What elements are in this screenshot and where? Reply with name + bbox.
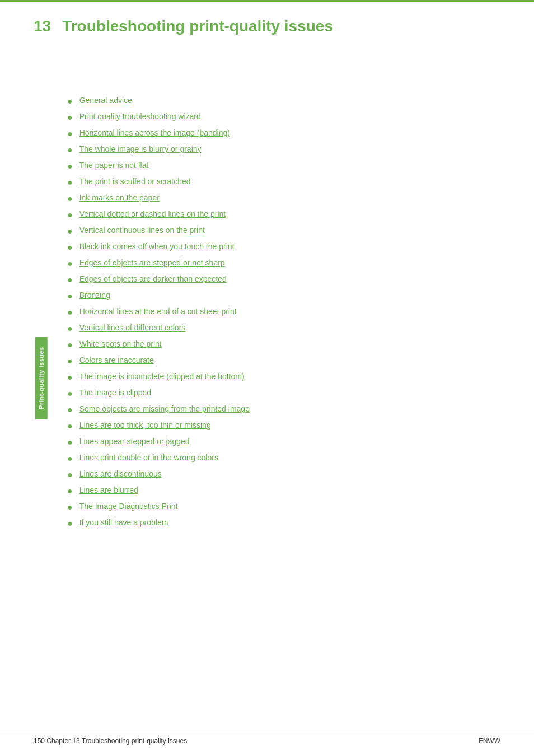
toc-list-item: ●Colors are inaccurate [67, 356, 500, 366]
toc-list-item: ●Horizontal lines at the end of a cut sh… [67, 307, 500, 318]
toc-list-item: ●Edges of objects are stepped or not sha… [67, 258, 500, 269]
bullet-icon: ● [67, 194, 73, 204]
sidebar-tab: Print-quality issues [35, 337, 48, 419]
chapter-header: 13 Troubleshooting print-quality issues [0, 0, 534, 51]
bullet-icon: ● [67, 129, 73, 139]
toc-link[interactable]: Some objects are missing from the printe… [79, 404, 250, 413]
toc-link[interactable]: Horizontal lines across the image (bandi… [79, 128, 230, 137]
toc-link[interactable]: Colors are inaccurate [79, 356, 154, 365]
toc-list-item: ●Black ink comes off when you touch the … [67, 242, 500, 253]
toc-link[interactable]: Black ink comes off when you touch the p… [79, 242, 235, 251]
toc-link[interactable]: Horizontal lines at the end of a cut she… [79, 307, 237, 316]
toc-list-item: ●Edges of objects are darker than expect… [67, 274, 500, 285]
toc-list-item: ●Lines are too thick, too thin or missin… [67, 421, 500, 431]
bullet-icon: ● [67, 242, 73, 253]
toc-link[interactable]: Lines print double or in the wrong color… [79, 453, 218, 462]
bullet-icon: ● [67, 226, 73, 236]
bullet-icon: ● [67, 259, 73, 269]
bullet-icon: ● [67, 96, 73, 106]
toc-list-item: ●Some objects are missing from the print… [67, 404, 500, 415]
page-footer: 150 Chapter 13 Troubleshooting print-qua… [0, 731, 534, 745]
toc-list-item: ●Vertical lines of different colors [67, 323, 500, 334]
bullet-icon: ● [67, 486, 73, 496]
toc-list-item: ●General advice [67, 96, 500, 106]
bullet-icon: ● [67, 340, 73, 350]
chapter-number: 13 [34, 17, 51, 35]
chapter-title: Troubleshooting print-quality issues [62, 12, 333, 41]
toc-list: ●General advice●Print quality troublesho… [67, 96, 500, 529]
toc-list-item: ●Horizontal lines across the image (band… [67, 128, 500, 139]
toc-link[interactable]: The Image Diagnostics Print [79, 502, 178, 511]
page-container: Print-quality issues 13 Troubleshooting … [0, 0, 534, 756]
bullet-icon: ● [67, 324, 73, 334]
footer-right: ENWW [479, 737, 500, 745]
bullet-icon: ● [67, 470, 73, 480]
toc-list-item: ●Lines print double or in the wrong colo… [67, 453, 500, 464]
toc-list-item: ●Bronzing [67, 291, 500, 301]
bullet-icon: ● [67, 145, 73, 155]
bullet-icon: ● [67, 454, 73, 464]
toc-list-item: ●White spots on the print [67, 339, 500, 350]
toc-link[interactable]: Lines are discontinuous [79, 469, 162, 478]
bullet-icon: ● [67, 372, 73, 382]
toc-link[interactable]: White spots on the print [79, 339, 162, 348]
toc-list-item: ●Lines are blurred [67, 486, 500, 496]
bullet-icon: ● [67, 356, 73, 366]
toc-link[interactable]: If you still have a problem [79, 518, 168, 527]
bullet-icon: ● [67, 210, 73, 220]
footer-left: 150 Chapter 13 Troubleshooting print-qua… [34, 737, 187, 745]
bullet-icon: ● [67, 421, 73, 431]
bullet-icon: ● [67, 502, 73, 512]
toc-link[interactable]: The whole image is blurry or grainy [79, 144, 202, 153]
toc-link[interactable]: Ink marks on the paper [79, 193, 160, 202]
toc-link[interactable]: The image is clipped [79, 388, 151, 397]
toc-link[interactable]: Edges of objects are stepped or not shar… [79, 258, 225, 267]
toc-list-item: ●The paper is not flat [67, 161, 500, 171]
toc-link[interactable]: Bronzing [79, 291, 110, 300]
toc-link[interactable]: Lines are blurred [79, 486, 138, 494]
toc-link[interactable]: Print quality troubleshooting wizard [79, 112, 201, 121]
bullet-icon: ● [67, 178, 73, 188]
bullet-icon: ● [67, 275, 73, 285]
toc-list-item: ●Vertical continuous lines on the print [67, 226, 500, 236]
toc-link[interactable]: Vertical continuous lines on the print [79, 226, 205, 235]
bullet-icon: ● [67, 519, 73, 529]
toc-list-item: ●The image is incomplete (clipped at the… [67, 372, 500, 382]
bullet-icon: ● [67, 307, 73, 318]
toc-list-item: ●The image is clipped [67, 388, 500, 399]
toc-list-item: ●Lines are discontinuous [67, 469, 500, 480]
toc-link[interactable]: Edges of objects are darker than expecte… [79, 274, 227, 283]
toc-list-item: ●Ink marks on the paper [67, 193, 500, 204]
bullet-icon: ● [67, 113, 73, 123]
toc-list-item: ●The print is scuffed or scratched [67, 177, 500, 188]
toc-list-item: ●Vertical dotted or dashed lines on the … [67, 209, 500, 220]
toc-list-item: ●If you still have a problem [67, 518, 500, 529]
bullet-icon: ● [67, 389, 73, 399]
toc-link[interactable]: The image is incomplete (clipped at the … [79, 372, 245, 381]
toc-link[interactable]: The print is scuffed or scratched [79, 177, 191, 186]
toc-link[interactable]: Vertical dotted or dashed lines on the p… [79, 209, 226, 218]
toc-list-item: ●Lines appear stepped or jagged [67, 437, 500, 447]
toc-link[interactable]: Lines are too thick, too thin or missing [79, 421, 211, 430]
toc-link[interactable]: Lines appear stepped or jagged [79, 437, 190, 446]
sidebar-label: Print-quality issues [38, 347, 45, 409]
bullet-icon: ● [67, 161, 73, 171]
toc-link[interactable]: Vertical lines of different colors [79, 323, 186, 332]
toc-list-item: ●The Image Diagnostics Print [67, 502, 500, 512]
bullet-icon: ● [67, 291, 73, 301]
toc-list-item: ●Print quality troubleshooting wizard [67, 112, 500, 123]
bullet-icon: ● [67, 405, 73, 415]
toc-list-item: ●The whole image is blurry or grainy [67, 144, 500, 155]
main-content: ●General advice●Print quality troublesho… [0, 51, 534, 557]
bullet-icon: ● [67, 437, 73, 447]
toc-link[interactable]: General advice [79, 96, 132, 105]
toc-link[interactable]: The paper is not flat [79, 161, 149, 170]
